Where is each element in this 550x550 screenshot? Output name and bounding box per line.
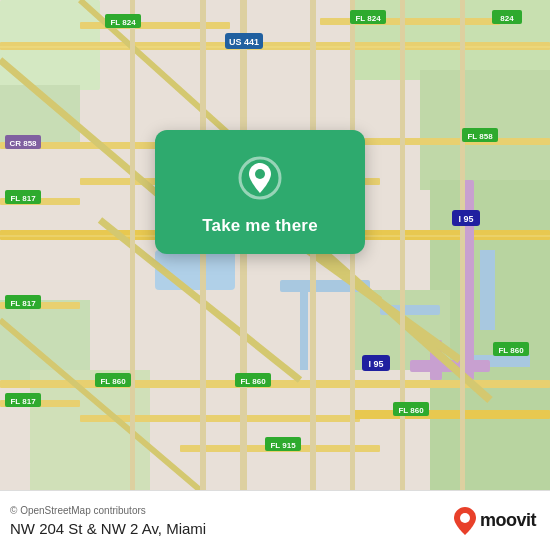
moovit-pin-icon	[454, 507, 476, 535]
map-attribution: © OpenStreetMap contributors	[10, 505, 206, 516]
bottom-bar: © OpenStreetMap contributors NW 204 St &…	[0, 490, 550, 550]
take-me-there-button[interactable]: Take me there	[202, 216, 318, 236]
svg-text:FL 860: FL 860	[498, 346, 524, 355]
svg-text:FL 858: FL 858	[467, 132, 493, 141]
svg-point-90	[460, 513, 470, 523]
svg-text:FL 817: FL 817	[10, 194, 36, 203]
svg-text:FL 915: FL 915	[270, 441, 296, 450]
svg-text:US 441: US 441	[229, 37, 259, 47]
svg-rect-6	[0, 300, 90, 380]
moovit-brand-name: moovit	[480, 510, 536, 531]
bottom-left: © OpenStreetMap contributors NW 204 St &…	[10, 505, 206, 537]
svg-text:FL 824: FL 824	[355, 14, 381, 23]
svg-rect-49	[460, 0, 465, 490]
map-pin-icon	[234, 152, 286, 204]
map-view: US 441 US 441 FL 817 FL 817 FL 817 FL 82…	[0, 0, 550, 490]
svg-rect-13	[480, 250, 495, 330]
svg-text:I 95: I 95	[368, 359, 383, 369]
svg-text:FL 860: FL 860	[100, 377, 126, 386]
svg-text:CR 858: CR 858	[9, 139, 37, 148]
svg-rect-20	[320, 18, 500, 25]
svg-rect-18	[0, 46, 550, 48]
svg-text:I 95: I 95	[458, 214, 473, 224]
svg-text:FL 860: FL 860	[240, 377, 266, 386]
svg-text:FL 860: FL 860	[398, 406, 424, 415]
svg-text:FL 824: FL 824	[110, 18, 136, 27]
svg-text:824: 824	[500, 14, 514, 23]
svg-point-89	[255, 169, 265, 179]
location-name: NW 204 St & NW 2 Av, Miami	[10, 520, 206, 537]
moovit-logo: moovit	[454, 507, 536, 535]
svg-text:FL 817: FL 817	[10, 299, 36, 308]
svg-rect-31	[350, 410, 550, 419]
svg-rect-47	[130, 0, 135, 490]
svg-rect-11	[300, 290, 308, 370]
svg-rect-48	[400, 0, 405, 490]
location-card: Take me there	[155, 130, 365, 254]
svg-text:FL 817: FL 817	[10, 397, 36, 406]
